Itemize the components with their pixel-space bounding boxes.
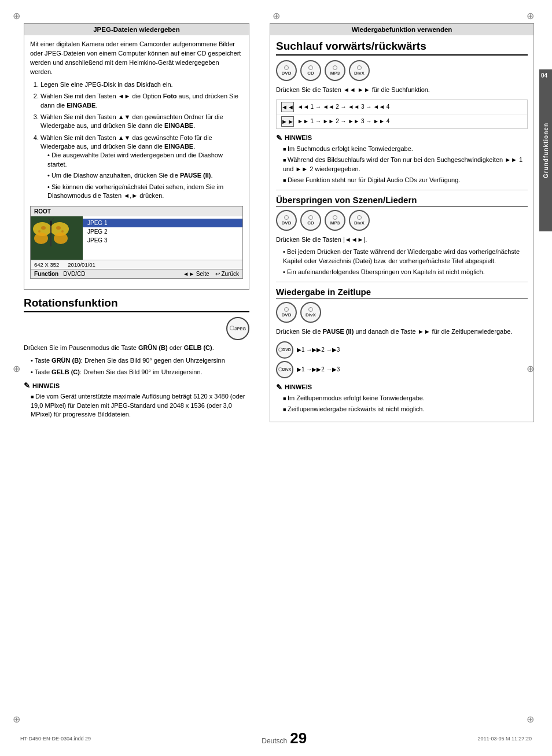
rotation-bullets: Taste GRÜN (B): Drehen Sie das Bild 90° … [24, 356, 249, 377]
suchlauf-title: Suchlauf vorwärts/rückwärts [276, 40, 528, 56]
jpeg-disc-icon: JPEG [226, 317, 249, 340]
rotation-bullet-1: Taste GRÜN (B): Drehen Sie das Bild 90° … [31, 356, 249, 365]
file-item-jpeg2[interactable]: JPEG 2 [83, 227, 242, 236]
zeitlupe-hinweis-icon: ✎ [276, 383, 282, 392]
rotation-bullet-2: Taste GELB (C): Drehen Sie das Bild 90° … [31, 368, 249, 377]
slow-row-divx: DivX ▶1 →▶▶2 →▶3 [276, 361, 528, 378]
jpeg-step-3: Wählen Sie mit den Tasten ▲▼ den gewünsc… [41, 113, 243, 131]
suchlauf-hinweis-icon: ✎ [276, 134, 282, 142]
divider-2 [276, 282, 528, 282]
page-container: ⊕ ⊕ ⊕ ⊕ ⊕ ⊕ ⊕ 04 Grundfunktionen JPEG-Da… [0, 0, 552, 756]
suchlauf-disc-icons: DVD CD MP3 DivX [276, 60, 528, 81]
file-date: 2010/01/01 [68, 261, 95, 268]
slow-steps-divx: ▶1 →▶▶2 →▶3 [297, 366, 340, 373]
wiedergabe-section-box: Wiedergabefunktion verwenden Suchlauf vo… [270, 23, 534, 422]
footer-function[interactable]: Function [34, 271, 58, 277]
slow-disc-dvd: DVD [276, 341, 293, 359]
crosshair-top-left: ⊕ [12, 12, 21, 21]
jpeg-intro: Mit einer digitalen Kamera oder einem Ca… [30, 40, 243, 77]
footer-nav-back[interactable]: ↩ Zurück [215, 271, 239, 277]
rotation-title: Rotationsfunktion [24, 297, 249, 312]
disc-dvd-3: DVD [276, 302, 297, 323]
disc-divx-3: DivX [300, 302, 321, 323]
suchlauf-hinweis-1: Im Suchmodus erfolgt keine Tonwiedergabe… [283, 145, 528, 153]
slow-steps-dvd: ▶1 →▶▶2 →▶3 [297, 346, 340, 353]
crosshair-bottom-left: ⊕ [12, 715, 21, 724]
file-browser-footer: Function DVD/CD ◄► Seite ↩ Zurück [31, 269, 242, 278]
zeitlupe-hinweis-bullets: Im Zeitlupenmodus erfolgt keine Tonwiede… [276, 394, 528, 414]
page-number-box: Deutsch 29 [262, 729, 307, 747]
suchlauf-hinweis: ✎ HINWEIS Im Suchmodus erfolgt keine Ton… [276, 134, 528, 185]
disc-divx: DivX [349, 60, 370, 81]
file-browser-root: ROOT [31, 206, 242, 216]
disc-mp3-2: MP3 [325, 210, 345, 231]
suchlauf-intro: Drücken Sie die Tasten ◄◄ ►► für die Suc… [276, 86, 528, 95]
suchlauf-hinweis-2: Während des Bildsuchlaufs wird der Ton n… [283, 156, 528, 174]
crosshair-bottom-right: ⊕ [525, 715, 535, 724]
jpeg-bullet-2: Um die Diashow anzuhalten, drücken Sie d… [47, 171, 243, 180]
rotation-hinweis-title: ✎ HINWEIS [24, 381, 249, 390]
speed-steps-fwd: ►► 1 → ►► 2 → ►► 3 → ►► 4 [297, 118, 389, 124]
left-column: JPEG-Dateien wiedergeben Mit einer digit… [6, 17, 261, 434]
uberspringen-section: Überspringen von Szenen/Liedern DVD CD [276, 195, 528, 277]
page-footer: HT-D450-EN-DE-0304.indd 29 Deutsch 29 20… [0, 729, 552, 747]
jpeg-step-1: Legen Sie eine JPEG-Disk in das Diskfach… [41, 80, 243, 89]
speed-row-fwd: ►► ►► 1 → ►► 2 → ►► 3 → ►► 4 [277, 115, 527, 128]
rotation-hinweis-bullets: Die vom Gerät unterstützte maximale Aufl… [24, 392, 249, 419]
uberspringen-intro: Drücken Sie die Tasten |◄◄►|. [276, 235, 528, 245]
file-browser-thumbnail [31, 216, 83, 260]
zeitlupe-hinweis-1: Im Zeitlupenmodus erfolgt keine Tonwiede… [283, 394, 528, 403]
jpeg-disc-label: JPEG [234, 326, 246, 331]
rotation-section: Rotationsfunktion JPEG Drücken Sie im Pa… [24, 297, 249, 419]
page-lang: Deutsch [262, 737, 287, 745]
disc-dvd-2: DVD [276, 210, 297, 231]
jpeg-step4-bullets: Die ausgewählte Datei wird wiedergegeben… [41, 151, 243, 200]
disc-divx-2: DivX [349, 210, 370, 231]
zeitlupe-section: Wiedergabe in Zeitlupe DVD DivX Drücken … [276, 287, 528, 414]
uberspringen-title: Überspringen von Szenen/Liedern [276, 195, 528, 206]
jpeg-bullet-3: Sie können die vorherige/nächstei Datei … [47, 183, 243, 201]
disc-cd: CD [300, 60, 321, 81]
svg-point-3 [54, 233, 68, 244]
zeitlupe-intro: Drücken Sie die PAUSE (II) und danach di… [276, 327, 528, 337]
suchlauf-hinweis-bullets: Im Suchmodus erfolgt keine Tonwiedergabe… [276, 145, 528, 185]
footer-right: 2011-03-05 Μ 11:27:20 [477, 736, 532, 742]
svg-point-2 [34, 233, 48, 244]
right-column: Wiedergabefunktion verwenden Suchlauf vo… [261, 17, 546, 434]
rotation-hinweis: ✎ HINWEIS Die vom Gerät unterstützte max… [24, 381, 249, 419]
file-item-jpeg1[interactable]: JPEG 1 [83, 219, 242, 227]
chapter-number: 04 [541, 72, 547, 79]
jpeg-section-box: JPEG-Dateien wiedergeben Mit einer digit… [24, 23, 249, 290]
svg-line-6 [48, 218, 51, 221]
speed-steps-back: ◄◄ 1 → ◄◄ 2 → ◄◄ 3 → ◄◄ 4 [297, 104, 389, 110]
file-item-jpeg3[interactable]: JPEG 3 [83, 236, 242, 245]
svg-point-8 [41, 226, 46, 230]
uberspringen-disc-icons: DVD CD MP3 DivX [276, 210, 528, 231]
crosshair-top-center: ⊕ [271, 12, 281, 21]
file-browser-body: JPEG 1 JPEG 2 JPEG 3 [31, 216, 242, 260]
zeitlupe-title: Wiedergabe in Zeitlupe [276, 287, 528, 298]
wiedergabe-section-title: Wiedergabefunktion verwenden [270, 24, 533, 35]
jpeg-bullet-1: Die ausgewählte Datei wird wiedergegeben… [47, 151, 243, 169]
crosshair-mid-left: ⊕ [12, 364, 21, 374]
jpeg-steps-list: Legen Sie eine JPEG-Disk in das Diskfach… [30, 80, 243, 201]
root-label: ROOT [34, 208, 51, 215]
speed-btn-fwd: ►► [281, 116, 294, 127]
page-number: 29 [290, 729, 307, 747]
jpeg-disc-row: JPEG [24, 317, 249, 340]
disc-mp3: MP3 [325, 60, 345, 81]
svg-point-10 [38, 230, 41, 233]
chapter-title: Grundfunktionen [543, 123, 549, 178]
uberspringen-bullet-2: Ein aufeinanderfolgendes Überspringen vo… [283, 268, 528, 276]
zeitlupe-hinweis-title: ✎ HINWEIS [276, 383, 528, 392]
uberspringen-bullet-1: Bei jedem Drücken der Taste während der … [283, 248, 528, 265]
footer-nav-page[interactable]: ◄► Seite [183, 271, 209, 277]
zeitlupe-hinweis-2: Zeitlupenwiedergabe rückwärts ist nicht … [283, 405, 528, 414]
divider-1 [276, 190, 528, 190]
file-browser-list: JPEG 1 JPEG 2 JPEG 3 [83, 216, 242, 260]
slow-row-dvd: DVD ▶1 →▶▶2 →▶3 [276, 341, 528, 359]
rotation-hinweis-bullet-1: Die vom Gerät unterstützte maximale Aufl… [31, 392, 249, 419]
jpeg-section-title: JPEG-Dateien wiedergeben [24, 24, 249, 35]
file-browser-info: 642 X 352 2010/01/01 [31, 260, 242, 269]
file-browser: ROOT [30, 206, 243, 279]
